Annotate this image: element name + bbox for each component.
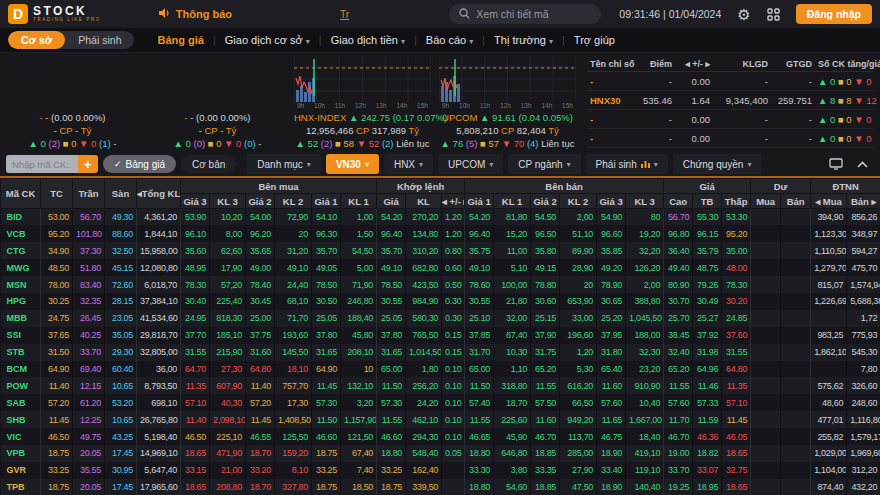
index-row[interactable]: --0.00--▲ 0 ■ 0 ▼ 0 [587,129,873,148]
table-row[interactable]: POW11.4012.1510.658,793,5011.35607,9011.… [1,377,880,394]
board-tab-upcom[interactable]: UPCOM▾ [438,154,503,174]
col-subheader[interactable]: Giá 3 [181,194,210,209]
menu-item[interactable]: Bảng giá [148,34,212,46]
col-subheader[interactable]: Giá 1 [312,194,341,209]
col-header[interactable]: Sàn [105,179,137,209]
col-subheader[interactable]: Mua [751,194,781,209]
col-subheader[interactable]: ◂ +/- ▸ [442,194,465,209]
bid-volume: 125,50 [275,428,312,445]
index-panels: - - (0.00 0.00%)- CP - Tỷ▲ 0 (2) ■ 0 ▼ 0… [0,53,580,152]
settings-gear-icon[interactable]: ⚙ [737,7,750,22]
col-subheader[interactable]: KL 3 [210,194,246,209]
col-header[interactable]: TC [41,179,73,209]
table-row[interactable]: TPB18.7520.0517.4517,965,6018.65208,8018… [1,479,880,495]
col-subheader[interactable]: KL 3 [626,194,664,209]
ask-price: 57.60 [597,394,626,411]
login-button[interactable]: Đăng nhập [796,4,872,24]
table-row[interactable]: VPB18.7520.0517.4514,969,1018.65471,9018… [1,445,880,462]
col-subheader[interactable]: KL 1 [494,194,531,209]
bid-volume: 31,20 [275,242,312,259]
col-subheader[interactable]: KL 1 [341,194,377,209]
menu-item[interactable]: Trợ giúp [565,34,624,46]
search-input[interactable] [476,8,591,20]
market-summary: - - (0.00 0.00%)- CP - Tỷ▲ 0 (2) ■ 0 ▼ 0… [0,52,880,152]
table-row[interactable]: VIC46.5049.7543.255,198,4046.50225,1046.… [1,428,880,445]
index-col-header[interactable]: Số CK tăng/giảm [815,57,873,72]
board-type-pill[interactable]: ✓ Bảng giá [103,155,176,173]
col-subheader[interactable]: TB [693,194,722,209]
index-col-header[interactable]: Điểm [637,57,675,72]
col-subheader[interactable]: Giá 2 [246,194,275,209]
index-panel[interactable]: 9h10h11h12h13h14h15hUPCOM ▲ 91.61 (0.04 … [435,53,580,152]
col-subheader[interactable]: Giá 1 [465,194,494,209]
foreign-sell: 475,70 [847,259,880,276]
table-row[interactable]: GVR33.2535.5530.955,647,4033.1521,0033.2… [1,462,880,479]
index-col-header[interactable]: GTGD [771,57,815,72]
apps-grid-icon[interactable] [767,8,780,21]
table-row[interactable]: SSI37.6540.2535.0529,818,7037.70185,1037… [1,327,880,344]
match-change: 0.50 [442,276,465,293]
table-row[interactable]: MWG48.5051.8045.1512,080,8048.9517,9049.… [1,259,880,276]
col-subheader[interactable]: Giá 3 [597,194,626,209]
table-row[interactable]: MSN78.0083.4072.606,018,7078.3057,2078.4… [1,276,880,293]
table-row[interactable]: VCB95.20101.8088.601,844,1096.108,0096.2… [1,225,880,242]
symbol-cell: BID [1,209,41,226]
index-row[interactable]: --0.00--▲ 0 ■ 0 ▼ 0 [587,72,873,91]
index-row[interactable]: HNX30535.461.649,345,400259.751▲ 8 ■ 8 ▼… [587,91,873,110]
ask-volume: 18,70 [494,394,531,411]
menu-item[interactable]: Báo cáo▾ [417,34,482,46]
col-subheader[interactable]: Bán [781,194,811,209]
match-price: 11.55 [377,411,406,428]
index-panel[interactable]: 9h10h11h12h13h14h15hHNX-INDEX ▲ 242.75 (… [290,53,435,152]
board-tab-vn30[interactable]: VN30▾ [326,154,379,174]
col-subheader[interactable]: KL 2 [275,194,312,209]
low-price: 18.65 [722,479,751,495]
menu-item[interactable]: Thị trường▾ [485,34,562,46]
col-header[interactable]: Trần [73,179,105,209]
index-col-header[interactable]: KLGD [713,57,771,72]
col-subheader[interactable]: Giá 2 [531,194,560,209]
table-row[interactable]: SHB11.4512.2510.6526,765,8011.402,098,10… [1,411,880,428]
ask-price: 96.60 [597,225,626,242]
table-row[interactable]: STB31.5033.7029.3032,805,0031.55215,9031… [1,344,880,361]
col-header[interactable]: Mã CK [1,179,41,209]
menu-item[interactable]: Giao dịch tiền▾ [322,34,414,46]
index-panel[interactable]: - - (0.00 0.00%)- CP - Tỷ▲ 0 (2) ■ 0 ▼ 0… [0,53,145,152]
basic-pill[interactable]: Cơ bản [181,155,236,173]
col-subheader[interactable]: Thấp [722,194,751,209]
symbol-search[interactable] [449,4,601,24]
market-toggle-item[interactable]: Phái sinh [65,31,134,49]
board-tab-cp-ngành[interactable]: CP ngành▾ [508,154,580,174]
table-row[interactable]: MBB24.7526.4523.0541,534,6024.95818,3025… [1,310,880,327]
table-row[interactable]: BCM64.9069.4060.4036,0064.7027,3064.8018… [1,361,880,378]
ask-price: 46.65 [465,428,494,445]
index-panel[interactable]: - - (0.00 0.00%)- CP - Tỷ▲ 0 (0) ■ 0 ▼ 0… [145,53,290,152]
col-header[interactable]: ◂Tổng KL▸ [137,179,181,209]
notification-link[interactable]: Thông báo [159,8,232,20]
board-tab-chứng-quyền[interactable]: Chứng quyền▾ [673,154,762,174]
col-subheader[interactable]: Giá [377,194,406,209]
board-tab-danh-mục[interactable]: Danh mục▾ [247,154,321,174]
col-subheader[interactable]: ◂ Mua [811,194,847,209]
index-row[interactable]: --0.00--▲ 0 ■ 0 ▼ 0 [587,110,873,129]
index-col-header[interactable]: Tên chỉ số [587,57,637,72]
table-row[interactable]: HPG30.2532.3528.1537,384,1030.40225,4030… [1,293,880,310]
match-volume: 462,10 [406,411,442,428]
col-subheader[interactable]: KL 2 [560,194,597,209]
fullscreen-monitor-icon[interactable] [829,158,843,170]
news-ticker[interactable]: Tr [340,9,349,20]
table-row[interactable]: SAB57.2061.2053.20698,1057.1040,3057.201… [1,394,880,411]
board-tab-hnx[interactable]: HNX▾ [384,154,433,174]
add-symbol-button[interactable]: + [78,155,98,173]
col-subheader[interactable]: KL [406,194,442,209]
board-tab-phái-sinh[interactable]: Phái sinh▾ [586,154,668,174]
col-subheader[interactable]: Bán ▸ [847,194,880,209]
table-row[interactable]: BID53.0056.7049.304,361,2053.9010,2054.0… [1,209,880,226]
col-subheader[interactable]: Cao [664,194,693,209]
index-col-header[interactable]: ◂ +/- ▸ [675,57,713,72]
collapse-chevron-up-icon[interactable] [857,161,868,168]
table-row[interactable]: CTG34.9037.3032.5015,958,0035.6062,6035.… [1,242,880,259]
market-toggle-active[interactable]: Cơ sở [8,31,65,49]
symbol-code-input[interactable] [6,155,78,173]
menu-item[interactable]: Giao dịch cơ sở▾ [216,34,319,46]
